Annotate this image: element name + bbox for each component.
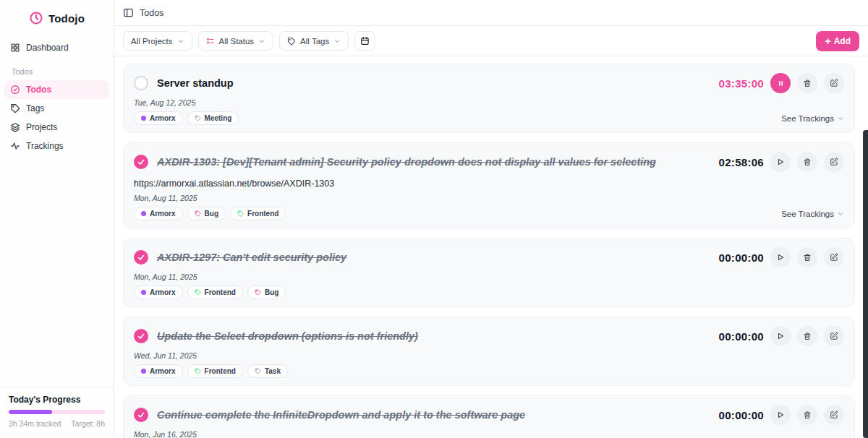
todo-url: https://armorxai.atlassian.net/browse/AX… [134,179,844,189]
edit-button[interactable] [824,405,844,425]
progress-target: Target: 8h [71,419,105,428]
todo-timer: 02:58:06 [719,156,764,168]
topbar: Todos [114,0,868,26]
edit-icon [830,253,838,262]
tag-icon [237,210,244,217]
sidebar-item-label: Trackings [26,141,64,151]
edit-icon [830,79,838,87]
todo-card: Server standup 03:35:00 Tue, Aug 12, 202… [123,64,855,133]
tag-chip[interactable]: Armorx [134,207,183,220]
delete-button[interactable] [797,326,817,346]
tag-chip[interactable]: Frontend [187,364,243,378]
sidebar-item-label: Tags [26,103,44,113]
trash-icon [803,79,812,87]
see-trackings-toggle[interactable]: See Trackings [781,114,844,123]
play-icon [776,158,785,166]
projects-filter-label: All Projects [131,37,173,46]
projects-filter-dropdown[interactable]: All Projects [123,31,192,51]
sidebar: Todojo Dashboard Todos Todos Tags Pr [0,0,114,438]
tag-chip[interactable]: Bug [187,207,226,220]
tag-label: Armorx [150,114,176,122]
main-area: Todos All Projects All Status All Tags [114,0,868,438]
tag-chip[interactable]: Meeting [187,111,239,125]
todo-timer: 00:00:00 [719,252,764,264]
todo-card: AXDIR-1297: Can't edit security policy 0… [123,238,855,307]
todo-list: Server standup 03:35:00 Tue, Aug 12, 202… [114,56,868,438]
sidebar-item-projects[interactable]: Projects [4,118,109,137]
tag-list: ArmorxMeeting [134,111,239,125]
delete-button[interactable] [797,73,817,93]
see-trackings-toggle[interactable]: See Trackings [781,210,844,218]
pause-icon [777,80,785,87]
sidebar-nav: Dashboard Todos Todos Tags Projects Tr [0,35,114,155]
edit-button[interactable] [824,326,844,346]
tag-icon [287,37,296,46]
project-dot-icon [141,116,146,121]
chevron-down-icon [177,38,184,45]
play-pause-button[interactable] [770,152,791,172]
todo-checkbox[interactable] [134,408,148,422]
sidebar-toggle-icon[interactable] [123,7,134,18]
scrollbar-thumb[interactable] [863,130,868,438]
sidebar-item-label: Dashboard [26,43,69,53]
todo-timer: 00:00:00 [719,409,764,421]
play-pause-button[interactable] [770,247,791,267]
tag-label: Frontend [205,288,236,296]
tag-icon [255,289,261,296]
tag-chip[interactable]: Frontend [230,207,286,220]
play-pause-button[interactable] [770,73,791,93]
status-list-icon [206,37,215,46]
sidebar-item-tags[interactable]: Tags [4,99,109,118]
edit-icon [830,332,838,340]
tag-chip[interactable]: Armorx [134,364,183,378]
todo-timer: 00:00:00 [719,330,764,343]
delete-button[interactable] [797,405,817,425]
delete-button[interactable] [797,152,817,172]
tag-label: Bug [265,288,278,296]
play-icon [776,332,785,340]
check-circle-icon [10,85,20,95]
tag-icon [255,368,261,374]
todo-checkbox[interactable] [134,250,148,265]
tag-chip[interactable]: Bug [247,285,286,299]
tag-label: Armorx [150,288,176,296]
date-filter-button[interactable] [354,31,375,51]
calendar-icon [360,36,370,46]
sidebar-item-dashboard[interactable]: Dashboard [4,38,109,57]
tag-chip[interactable]: Armorx [134,285,183,299]
todo-date: Mon, Aug 11, 2025 [134,194,844,202]
edit-button[interactable] [824,152,844,172]
edit-button[interactable] [824,247,844,267]
delete-button[interactable] [797,247,817,267]
todo-title: AXDIR-1303: [Dev][Tenant admin] Security… [157,156,656,168]
activity-icon [10,141,20,151]
tag-chip[interactable]: Task [247,364,288,378]
tag-icon [195,115,201,121]
tag-chip[interactable]: Armorx [134,111,183,125]
app-title: Todojo [48,12,85,25]
tag-label: Frontend [247,210,278,218]
todo-title: Server standup [157,77,234,89]
edit-button[interactable] [824,73,844,93]
sidebar-item-todos[interactable]: Todos [4,80,109,99]
todo-checkbox[interactable] [134,155,148,169]
tag-icon [195,210,201,217]
dashboard-grid-icon [10,43,20,53]
add-todo-button[interactable]: + Add [816,31,859,51]
chevron-down-icon [837,210,844,218]
status-filter-dropdown[interactable]: All Status [198,31,274,51]
play-pause-button[interactable] [770,405,791,425]
todo-checkbox[interactable] [134,76,148,90]
sidebar-item-trackings[interactable]: Trackings [4,137,109,155]
see-trackings-label: See Trackings [781,210,834,218]
play-pause-button[interactable] [770,326,791,346]
trash-icon [803,158,812,166]
tag-chip[interactable]: Frontend [187,285,243,299]
todo-title: AXDIR-1297: Can't edit security policy [157,252,346,263]
edit-icon [830,158,838,166]
todo-checkbox[interactable] [134,329,148,343]
trash-icon [803,411,812,419]
chevron-down-icon [333,38,341,45]
app-logo[interactable]: Todojo [0,0,114,35]
tags-filter-dropdown[interactable]: All Tags [279,31,349,51]
